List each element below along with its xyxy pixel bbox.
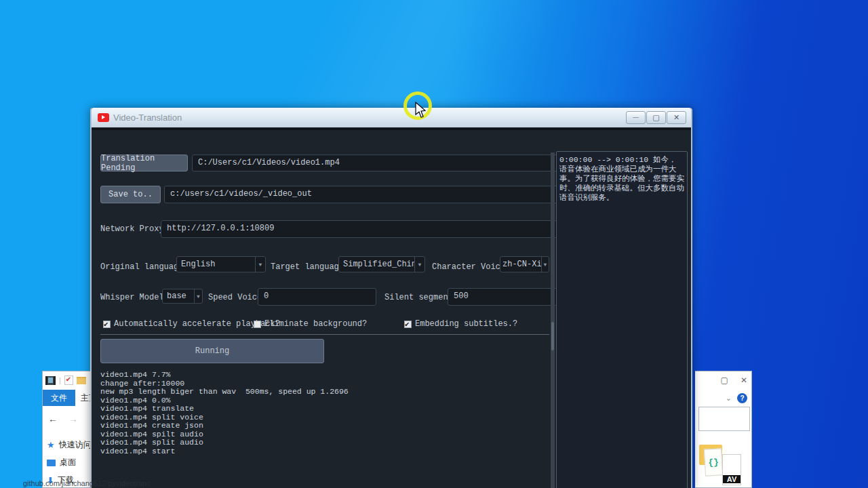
json-file-icon[interactable]: {}: [704, 448, 723, 476]
chevron-down-icon: ▼: [414, 257, 425, 272]
check-document-icon[interactable]: [64, 375, 73, 385]
wav-file-label: AV: [723, 475, 741, 483]
explorer-file-icons: {} AV: [699, 445, 752, 488]
maximize-button[interactable]: ▢: [646, 111, 666, 124]
explorer-toolbar: |: [45, 375, 86, 385]
app-content: Translation Pending C:/Users/c1/Videos/v…: [92, 127, 691, 488]
select-video-button[interactable]: Translation Pending: [100, 155, 188, 171]
titlebar[interactable]: Video-Translation — ▢ ✕: [92, 108, 691, 127]
explorer-tab-bar: 文件 主页: [43, 390, 92, 406]
desktop-label: 桌面: [60, 457, 76, 468]
window-title: Video-Translation: [113, 113, 182, 123]
speed-voice-label: Speed Voice: [208, 293, 262, 302]
scrollbar-handle[interactable]: [551, 322, 554, 350]
original-language-select[interactable]: English ▼: [176, 256, 266, 272]
target-language-select[interactable]: Simplified_Chinese ▼: [338, 256, 425, 272]
subtitle-output-pane[interactable]: 0:00:00 --> 0:00:10 如今，语音体验在商业领域已成为一件大事。…: [556, 151, 688, 488]
explorer-address-box[interactable]: [698, 407, 750, 431]
whisper-model-label: Whisper Model: [100, 293, 164, 302]
explorer-window-right[interactable]: ▢ ✕ ⌄ ? {} AV: [695, 371, 752, 488]
proxy-label: Network Proxy: [100, 224, 164, 234]
run-button[interactable]: Running: [100, 339, 324, 363]
watermark-text: github.com/jianchang512/pyvideotrans: [23, 479, 151, 487]
checkbox-icon: [404, 321, 412, 328]
maximize-icon[interactable]: ▢: [721, 375, 728, 385]
forward-icon: →: [68, 413, 78, 424]
target-language-label: Target language: [271, 262, 344, 272]
back-icon[interactable]: ←: [48, 413, 58, 424]
close-icon: ✕: [673, 114, 679, 121]
video-file-icon: [45, 376, 56, 385]
log-line: video1.mp4 7.7%: [100, 371, 541, 380]
app-play-icon: [98, 113, 109, 122]
whisper-model-value: base: [163, 289, 194, 303]
speed-voice-input[interactable]: 0: [258, 288, 376, 306]
explorer-window-left[interactable]: | 文件 主页 ← → ★ 快速访问 桌面 ⬇ 下载: [42, 371, 92, 488]
silent-segments-label: Silent segments: [384, 293, 458, 302]
maximize-icon: ▢: [652, 114, 659, 121]
character-voice-select[interactable]: zh-CN-Xiao ▼: [500, 256, 549, 272]
close-icon[interactable]: ✕: [741, 375, 747, 385]
log-line: new mp3 length biger than wav 500ms, spe…: [100, 388, 541, 396]
log-line: video1.mp4 split audio: [100, 439, 541, 447]
eliminate-background-label: Eliminate background?: [264, 319, 367, 329]
sidebar-item-quick-access[interactable]: ★ 快速访问: [47, 439, 92, 451]
log-line: video1.mp4 start: [100, 447, 541, 456]
tab-file[interactable]: 文件: [43, 390, 75, 406]
subtitle-text: 0:00:00 --> 0:00:10 如今，语音体验在商业领域已成为一件大事。…: [559, 155, 684, 202]
original-language-value: English: [177, 257, 255, 272]
app-window: Video-Translation — ▢ ✕ Translation Pend…: [90, 108, 692, 488]
explorer-nav: ← →: [48, 413, 78, 424]
checkbox-icon: [254, 321, 261, 328]
minimize-button[interactable]: —: [626, 111, 646, 124]
toolbar-separator: |: [59, 376, 61, 384]
log-output: video1.mp4 7.7%change after:10000new mp3…: [100, 371, 541, 455]
target-language-value: Simplified_Chinese: [339, 257, 414, 272]
divider: [100, 334, 549, 335]
whisper-model-select[interactable]: base ▼: [162, 289, 203, 304]
chevron-down-icon: ▼: [194, 289, 202, 303]
eliminate-background-checkbox[interactable]: Eliminate background?: [254, 319, 367, 329]
save-to-button[interactable]: Save to..: [100, 186, 161, 203]
close-button[interactable]: ✕: [667, 111, 686, 124]
embed-subtitles-checkbox[interactable]: Embedding subtitles.?: [404, 319, 517, 329]
chevron-down-icon[interactable]: ⌄: [726, 394, 732, 403]
window-controls: — ▢ ✕: [626, 111, 686, 124]
log-line: video1.mp4 translate: [100, 405, 541, 413]
vertical-scrollbar[interactable]: [551, 152, 555, 488]
help-icon[interactable]: ?: [737, 393, 747, 403]
folder-icon[interactable]: [77, 377, 86, 384]
sidebar-item-desktop[interactable]: 桌面: [47, 457, 92, 468]
minimize-icon: —: [633, 115, 639, 121]
original-language-label: Original language: [100, 262, 183, 272]
embed-subtitles-label: Embedding subtitles.?: [415, 319, 517, 329]
log-line: video1.mp4 create json: [100, 422, 541, 430]
star-icon: ★: [47, 440, 55, 450]
screen: | 文件 主页 ← → ★ 快速访问 桌面 ⬇ 下载: [0, 0, 868, 488]
desktop-icon: [47, 460, 56, 466]
chevron-down-icon: ▼: [255, 257, 265, 272]
character-voice-label: Character Voice: [432, 262, 505, 272]
chevron-down-icon: ▼: [541, 257, 549, 272]
mouse-cursor: [414, 102, 428, 119]
wav-file-icon[interactable]: AV: [722, 454, 741, 485]
character-voice-value: zh-CN-Xiao: [500, 257, 541, 272]
checkbox-icon: [103, 321, 111, 328]
quick-access-label: 快速访问: [59, 439, 92, 451]
